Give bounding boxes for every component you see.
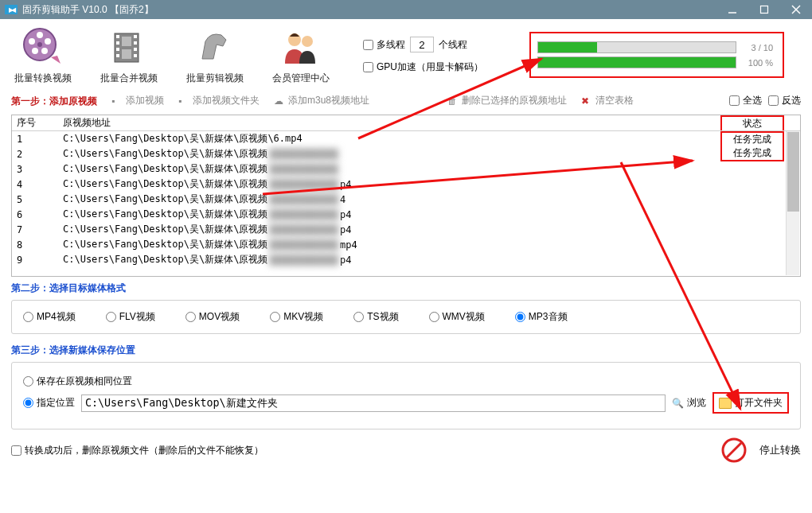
thread-suffix: 个线程	[439, 38, 467, 52]
delete-after-checkbox[interactable]: 转换成功后，删除原视频文件（删除后的文件不能恢复）	[11, 444, 264, 457]
table-row[interactable]: 8C:\Users\Fang\Desktop\吴\新媒体\原视频████████…	[12, 237, 800, 252]
folder-icon	[719, 398, 732, 409]
x-icon: ✖	[581, 95, 592, 107]
svg-rect-15	[116, 54, 119, 57]
tool-label: 批量转换视频	[14, 72, 72, 85]
svg-point-23	[302, 36, 313, 47]
step3-label: 第三步：选择新媒体保存位置	[11, 344, 801, 357]
cloud-icon: ☁	[274, 95, 285, 107]
save-group: 保存在原视频相同位置 指定位置 🔍浏览 打开文件夹	[11, 362, 801, 429]
table-row[interactable]: 9C:\Users\Fang\Desktop\吴\新媒体\原视频████████…	[12, 252, 800, 267]
table-row[interactable]: 4C:\Users\Fang\Desktop\吴\新媒体\原视频████████…	[12, 177, 800, 192]
browse-button[interactable]: 🔍浏览	[672, 396, 706, 410]
minimize-button[interactable]	[716, 0, 748, 19]
batch-merge-button[interactable]: 批量合并视频	[97, 24, 161, 85]
progress-text-2: 100 %	[736, 58, 776, 68]
col-path: 原视频地址	[60, 116, 720, 130]
table-row[interactable]: 6C:\Users\Fang\Desktop\吴\新媒体\原视频████████…	[12, 207, 800, 222]
gpu-checkbox[interactable]: GPU加速（用显卡解码）	[363, 60, 483, 74]
open-folder-button[interactable]: 打开文件夹	[712, 392, 789, 414]
people-icon	[279, 24, 323, 68]
svg-rect-1	[761, 6, 768, 14]
select-all-checkbox[interactable]: 全选	[729, 94, 762, 107]
step1-label: 第一步：添加原视频	[11, 95, 97, 108]
video-table[interactable]: 序号 原视频地址 状态 1C:\Users\Fang\Desktop\吴\新媒体…	[11, 115, 801, 277]
thread-count-input[interactable]	[410, 37, 434, 52]
table-row[interactable]: 1C:\Users\Fang\Desktop\吴\新媒体\原视频\6.mp4任务…	[12, 131, 800, 146]
multithread-checkbox[interactable]: 多线程	[363, 38, 405, 52]
svg-point-10	[37, 42, 42, 47]
scrollbar[interactable]	[786, 131, 799, 275]
add-m3u8-button[interactable]: ☁添加m3u8视频地址	[274, 94, 369, 107]
radio-mkv[interactable]: MKV视频	[270, 310, 323, 324]
trash-icon: 🗑	[447, 95, 459, 107]
delete-selected-button[interactable]: 🗑删除已选择的原视频地址	[447, 94, 567, 107]
svg-point-9	[41, 48, 48, 54]
progress-bar-1	[537, 41, 736, 53]
folder-icon: ▪	[178, 95, 189, 107]
add-video-button[interactable]: ▪添加视频	[111, 94, 164, 107]
tool-label: 批量合并视频	[100, 72, 158, 85]
svg-rect-13	[116, 41, 119, 45]
save-path-input[interactable]	[81, 394, 666, 412]
member-center-button[interactable]: 会员管理中心	[269, 24, 333, 85]
stop-button[interactable]: 停止转换	[759, 443, 801, 457]
svg-point-7	[45, 38, 51, 45]
radio-specify-location[interactable]: 指定位置	[23, 396, 75, 410]
radio-mp3[interactable]: MP3音频	[515, 310, 568, 324]
close-button[interactable]	[780, 0, 812, 19]
clear-table-button[interactable]: ✖清空表格	[581, 94, 634, 107]
format-group: MP4视频 FLV视频 MOV视频 MKV视频 TS视频 WMV视频 MP3音频	[11, 300, 801, 334]
tool-label: 批量剪辑视频	[186, 72, 244, 85]
radio-same-location[interactable]: 保存在原视频相同位置	[23, 375, 132, 388]
app-icon	[5, 5, 18, 14]
col-status: 状态	[720, 115, 784, 130]
maximize-button[interactable]	[748, 0, 780, 19]
svg-rect-20	[122, 37, 131, 46]
svg-rect-14	[116, 48, 119, 51]
radio-wmv[interactable]: WMV视频	[429, 310, 485, 324]
film-reel-icon	[21, 24, 65, 68]
stop-icon	[721, 437, 747, 463]
radio-mov[interactable]: MOV视频	[185, 310, 240, 324]
svg-rect-12	[116, 35, 119, 38]
progress-panel: 3 / 10 100 %	[529, 32, 784, 78]
film-strip-icon	[107, 24, 151, 68]
add-folder-button[interactable]: ▪添加视频文件夹	[178, 94, 260, 107]
window-title: 固乔剪辑助手 V10.0 【固乔2】	[22, 3, 716, 17]
svg-point-5	[37, 32, 43, 38]
svg-rect-21	[122, 49, 131, 59]
svg-line-25	[727, 443, 741, 457]
col-number: 序号	[12, 116, 60, 130]
tool-label: 会员管理中心	[272, 72, 330, 85]
horse-icon	[193, 24, 237, 68]
table-row[interactable]: 2C:\Users\Fang\Desktop\吴\新媒体\原视频████████…	[12, 146, 800, 161]
table-row[interactable]: 7C:\Users\Fang\Desktop\吴\新媒体\原视频████████…	[12, 222, 800, 237]
svg-rect-16	[134, 35, 137, 38]
progress-text-1: 3 / 10	[736, 43, 776, 52]
progress-bar-2	[537, 56, 736, 68]
search-icon: 🔍	[672, 398, 684, 409]
batch-convert-button[interactable]: 批量转换视频	[11, 24, 75, 85]
table-row[interactable]: 3C:\Users\Fang\Desktop\吴\新媒体\原视频████████…	[12, 161, 800, 177]
svg-point-6	[29, 38, 35, 45]
svg-rect-19	[134, 54, 137, 57]
svg-point-8	[32, 48, 38, 54]
radio-flv[interactable]: FLV视频	[106, 310, 155, 324]
step2-label: 第二步：选择目标媒体格式	[11, 282, 801, 295]
table-row[interactable]: 5C:\Users\Fang\Desktop\吴\新媒体\原视频████████…	[12, 192, 800, 207]
radio-mp4[interactable]: MP4视频	[23, 310, 76, 324]
film-icon: ▪	[111, 95, 123, 107]
svg-rect-18	[134, 48, 137, 51]
title-bar: 固乔剪辑助手 V10.0 【固乔2】	[0, 0, 812, 19]
svg-rect-17	[134, 41, 137, 45]
invert-select-checkbox[interactable]: 反选	[768, 94, 801, 107]
radio-ts[interactable]: TS视频	[353, 310, 398, 324]
batch-clip-button[interactable]: 批量剪辑视频	[183, 24, 247, 85]
